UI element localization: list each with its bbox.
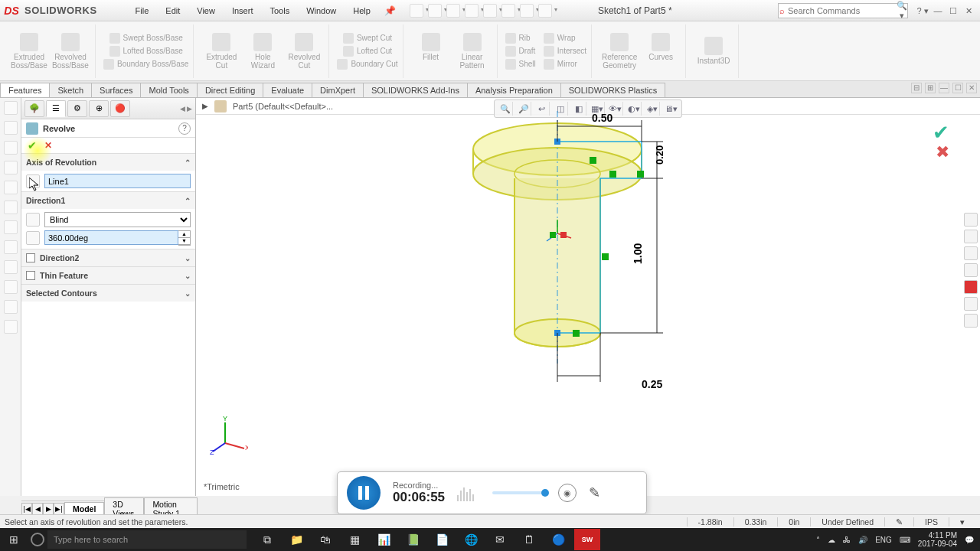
curves-button[interactable]: Curves	[641, 33, 681, 70]
taskpane-forum-icon[interactable]	[964, 314, 978, 328]
doc-close-icon[interactable]: ✕	[966, 83, 977, 93]
mic-volume-slider[interactable]	[492, 491, 546, 494]
qa-save-icon[interactable]	[446, 4, 460, 18]
menu-window[interactable]: Window	[299, 3, 344, 18]
taskbar-search[interactable]: Type here to search	[47, 530, 247, 549]
section-thin-header[interactable]: Thin Feature ⌄	[21, 267, 195, 284]
tab-dimxpert[interactable]: DimXpert	[312, 83, 364, 97]
viewport-cancel-icon[interactable]: ✖	[936, 142, 949, 162]
swept-cut-button[interactable]: Swept Cut	[343, 33, 392, 44]
maximize-icon[interactable]: ☐	[946, 4, 960, 18]
ok-button[interactable]: ✔	[28, 139, 37, 152]
qa-rebuild-icon[interactable]	[520, 4, 534, 18]
extruded-cut-button[interactable]: ExtrudedCut	[201, 33, 241, 70]
tab-evaluate[interactable]: Evaluate	[263, 83, 312, 97]
left-tool-10[interactable]	[4, 280, 18, 294]
tab-surfaces[interactable]: Surfaces	[91, 83, 141, 97]
shell-button[interactable]: Shell	[505, 59, 536, 70]
doc-maximize-icon[interactable]: ☐	[952, 83, 963, 93]
dim-radius[interactable]: 0.25	[642, 378, 662, 390]
end-condition-select[interactable]: Blind	[44, 212, 191, 227]
tab-direct-editing[interactable]: Direct Editing	[197, 83, 263, 97]
taskpane-appearance-icon[interactable]	[964, 280, 978, 294]
tray-notifications-icon[interactable]: 💬	[965, 536, 974, 544]
tab-sketch[interactable]: Sketch	[49, 83, 92, 97]
angle-input[interactable]	[44, 230, 178, 245]
tab-nav-first-icon[interactable]: |◀	[21, 503, 32, 515]
rib-button[interactable]: Rib	[505, 33, 536, 44]
graphics-viewport[interactable]: ▶ Part5 (Default<<Default>... 🔍 🔎 ↩ ◫ ◧ …	[196, 98, 980, 496]
taskbar-solidworks-icon[interactable]: SW	[574, 529, 600, 550]
cancel-button[interactable]: ✕	[44, 140, 52, 151]
boundary-cut-button[interactable]: Boundary Cut	[337, 59, 397, 70]
left-tool-4[interactable]	[4, 161, 18, 174]
fillet-button[interactable]: Fillet	[411, 33, 451, 70]
extruded-boss-button[interactable]: ExtrudedBoss/Base	[9, 33, 49, 70]
tab-model[interactable]: Model	[64, 502, 104, 516]
taskpane-property-icon[interactable]	[964, 297, 978, 311]
task-view-icon[interactable]: ⧉	[254, 529, 280, 550]
left-tool-5[interactable]	[4, 181, 18, 194]
screen-recorder-bar[interactable]: Recording... 00:06:55 ◉ ✎	[337, 471, 647, 514]
hole-wizard-button[interactable]: HoleWizard	[243, 33, 283, 70]
tray-chevron-icon[interactable]: ˄	[816, 536, 820, 544]
pin-icon[interactable]: 📌	[384, 5, 396, 16]
close-icon[interactable]: ✕	[962, 4, 975, 18]
status-edit-icon[interactable]: ✎	[884, 517, 913, 527]
revolved-boss-button[interactable]: RevolvedBoss/Base	[51, 33, 90, 70]
taskbar-notes-icon[interactable]: 🗒	[516, 529, 542, 550]
pm-nav-left-icon[interactable]: ◀	[180, 105, 185, 112]
instant3d-button[interactable]: Instant3D	[694, 37, 733, 65]
tab-nav-next-icon[interactable]: ▶	[43, 503, 54, 515]
tray-onedrive-icon[interactable]: ☁	[828, 536, 835, 544]
linear-pattern-button[interactable]: LinearPattern	[452, 33, 492, 70]
left-tool-6[interactable]	[4, 201, 18, 214]
annotate-icon[interactable]: ✎	[589, 484, 600, 501]
taskbar-store-icon[interactable]: 🛍	[312, 529, 338, 550]
breadcrumb[interactable]: Part5 (Default<<Default>...	[233, 102, 333, 111]
qa-undo-icon[interactable]	[483, 4, 497, 18]
thin-feature-checkbox[interactable]	[26, 271, 35, 280]
left-tool-2[interactable]	[4, 121, 18, 135]
tray-language[interactable]: ENG	[875, 536, 892, 544]
menu-help[interactable]: Help	[345, 3, 378, 18]
menu-file[interactable]: File	[128, 3, 157, 18]
revolved-cut-button[interactable]: RevolvedCut	[284, 33, 324, 70]
webcam-toggle-icon[interactable]: ◉	[558, 484, 577, 502]
swept-boss-button[interactable]: Swept Boss/Base	[109, 33, 183, 44]
left-tool-9[interactable]	[4, 260, 18, 274]
tab-features[interactable]: Features	[0, 83, 50, 97]
draft-button[interactable]: Draft	[505, 46, 536, 57]
pm-tab-property[interactable]: ☰	[46, 100, 66, 117]
lofted-cut-button[interactable]: Lofted Cut	[343, 46, 392, 57]
left-tool-8[interactable]	[4, 240, 18, 254]
angle-spinner[interactable]: ▲▼	[178, 230, 191, 246]
taskbar-edge-icon[interactable]: 🌐	[458, 529, 484, 550]
panel-expand-icon[interactable]: ⊞	[925, 83, 936, 93]
pm-tab-feature-tree[interactable]: 🌳	[24, 100, 44, 117]
taskpane-resources-icon[interactable]	[964, 230, 978, 243]
taskpane-view-icon[interactable]	[964, 263, 978, 277]
boundary-boss-button[interactable]: Boundary Boss/Base	[103, 59, 188, 70]
cortana-icon[interactable]	[31, 533, 44, 546]
taskpane-library-icon[interactable]	[964, 246, 978, 260]
tab-plastics[interactable]: SOLIDWORKS Plastics	[560, 83, 666, 97]
pause-recording-button[interactable]	[347, 476, 381, 510]
lofted-boss-button[interactable]: Lofted Boss/Base	[109, 46, 183, 57]
left-tool-11[interactable]	[4, 300, 18, 314]
intersect-button[interactable]: Intersect	[544, 46, 586, 57]
doc-minimize-icon[interactable]: —	[939, 83, 949, 93]
tab-addins[interactable]: SOLIDWORKS Add-Ins	[363, 83, 468, 97]
viewport-ok-icon[interactable]: ✔	[933, 121, 949, 145]
taskbar-app4-icon[interactable]: 📄	[429, 529, 455, 550]
qa-select-icon[interactable]	[501, 4, 515, 18]
view-triad[interactable]: Y X Z	[210, 416, 248, 456]
left-tool-12[interactable]	[4, 320, 18, 334]
start-button[interactable]: ⊞	[0, 533, 28, 546]
qa-options-icon[interactable]	[538, 4, 552, 18]
axis-input[interactable]	[44, 174, 191, 188]
taskpane-home-icon[interactable]	[964, 213, 978, 227]
tray-clock[interactable]: 4:11 PM2017-09-04	[918, 531, 957, 548]
left-tool-3[interactable]	[4, 141, 18, 155]
taskbar-explorer-icon[interactable]: 📁	[283, 529, 309, 550]
